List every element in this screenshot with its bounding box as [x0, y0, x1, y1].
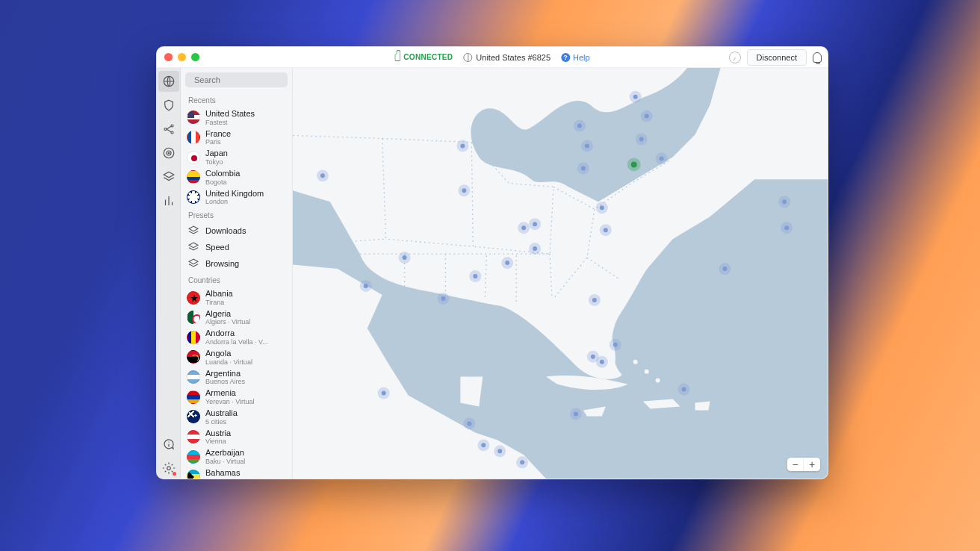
server-point[interactable] — [581, 166, 586, 170]
server-point[interactable] — [403, 255, 407, 260]
server-point[interactable] — [533, 222, 537, 226]
server-point[interactable] — [462, 188, 466, 193]
server-point[interactable] — [592, 298, 597, 302]
map-view[interactable]: − + — [293, 68, 828, 479]
item-label: Australia — [205, 408, 238, 418]
list-item[interactable]: AustriaVienna — [187, 427, 291, 447]
search-field[interactable] — [185, 72, 288, 87]
server-point[interactable] — [784, 225, 789, 230]
server-point[interactable] — [481, 443, 486, 447]
item-label: Austria — [205, 429, 231, 438]
server-point[interactable] — [722, 267, 727, 271]
server-point[interactable] — [591, 355, 595, 359]
item-sublabel: Yerevan · Virtual — [205, 398, 255, 405]
server-point[interactable] — [521, 225, 526, 230]
disconnect-button[interactable]: Disconnect — [747, 49, 807, 66]
server-point[interactable] — [600, 360, 604, 364]
flag-icon — [187, 151, 200, 164]
server-point[interactable] — [660, 156, 664, 161]
nav-map[interactable] — [158, 71, 179, 92]
item-label: Azerbaijan — [205, 448, 245, 458]
list-item[interactable]: AlgeriaAlgiers · Virtual — [187, 308, 291, 328]
server-point[interactable] — [473, 274, 477, 278]
server-point[interactable] — [460, 143, 465, 148]
list-item[interactable]: AlbaniaTirana — [187, 287, 291, 308]
item-sublabel: Paris — [205, 138, 231, 146]
server-point[interactable] — [645, 114, 649, 119]
notification-dot-icon — [173, 472, 176, 476]
list-item[interactable]: AngolaLuanda · Virtual — [187, 347, 291, 367]
nav-security[interactable] — [158, 95, 179, 116]
list-item[interactable]: AndorraAndorra la Vella · V... — [187, 327, 291, 347]
server-point[interactable] — [320, 173, 325, 178]
server-point[interactable] — [505, 261, 509, 265]
help-link[interactable]: ? Help — [561, 53, 590, 62]
zoom-in-button[interactable]: + — [804, 458, 820, 471]
item-label: Colombia — [205, 169, 240, 178]
bell-icon[interactable] — [813, 52, 822, 63]
server-point[interactable] — [633, 95, 638, 99]
list-item[interactable]: Browsing — [187, 255, 291, 272]
item-label: Downloads — [205, 226, 246, 236]
server-point[interactable] — [604, 228, 608, 232]
server-point[interactable] — [441, 296, 445, 301]
layers-icon — [187, 240, 200, 254]
nav-support[interactable] — [158, 434, 179, 455]
section-recents: Recents — [188, 96, 291, 105]
location-sidebar: Recents United StatesFastestFranceParisJ… — [181, 68, 293, 479]
server-point[interactable] — [782, 199, 787, 204]
current-server[interactable]: United States #6825 — [463, 53, 551, 62]
svg-point-2 — [171, 125, 173, 127]
flag-icon — [187, 311, 200, 324]
nav-layers[interactable] — [158, 166, 179, 187]
list-item[interactable]: BahamasNassau · Virtual — [187, 467, 291, 479]
server-point[interactable] — [577, 124, 582, 128]
nav-mesh[interactable] — [158, 119, 179, 140]
zoom-out-button[interactable]: − — [787, 458, 804, 471]
server-point[interactable] — [639, 137, 644, 142]
icon-sidebar — [157, 68, 181, 479]
svg-point-6 — [168, 152, 170, 154]
server-point[interactable] — [574, 411, 578, 416]
list-item[interactable]: ColombiaBogota — [187, 167, 291, 187]
flag-icon — [187, 190, 200, 204]
list-item[interactable]: United KingdomLondon — [187, 187, 291, 208]
flag-icon — [187, 350, 200, 364]
list-item[interactable]: AzerbaijanBaku · Virtual — [187, 446, 291, 467]
list-item[interactable]: ArgentinaBuenos Aires — [187, 367, 291, 387]
server-point[interactable] — [467, 421, 471, 426]
list-item[interactable]: United StatesFastest — [187, 108, 291, 128]
connected-server-point[interactable] — [631, 161, 637, 167]
server-point[interactable] — [497, 449, 502, 453]
server-point[interactable] — [682, 387, 686, 392]
server-point[interactable] — [585, 143, 589, 148]
speedometer-icon[interactable] — [729, 52, 741, 63]
close-icon[interactable] — [164, 53, 173, 61]
item-sublabel: Bogota — [205, 178, 240, 186]
server-point[interactable] — [364, 284, 368, 288]
search-input[interactable] — [194, 75, 297, 84]
nav-stats[interactable] — [158, 190, 179, 211]
fullscreen-icon[interactable] — [191, 53, 199, 61]
section-presets: Presets — [188, 211, 291, 220]
server-point[interactable] — [613, 343, 618, 347]
list-item[interactable]: Downloads — [187, 222, 291, 239]
nav-radar[interactable] — [158, 143, 179, 164]
nav-settings[interactable] — [158, 458, 179, 479]
flag-icon — [187, 450, 200, 464]
server-point[interactable] — [520, 460, 524, 464]
server-point[interactable] — [382, 391, 386, 396]
item-label: Algeria — [205, 309, 250, 319]
svg-point-1 — [164, 128, 167, 131]
flag-icon — [187, 291, 200, 305]
list-item[interactable]: JapanTokyo — [187, 147, 291, 167]
server-point[interactable] — [600, 205, 604, 210]
list-item[interactable]: Speed — [187, 239, 291, 255]
list-item[interactable]: Australia5 cities — [187, 407, 291, 427]
minimize-icon[interactable] — [178, 53, 186, 61]
server-point[interactable] — [533, 246, 537, 251]
item-label: Browsing — [205, 259, 239, 269]
location-list[interactable]: Recents United StatesFastestFranceParisJ… — [181, 92, 292, 479]
list-item[interactable]: FranceParis — [187, 128, 291, 148]
list-item[interactable]: ArmeniaYerevan · Virtual — [187, 387, 291, 407]
